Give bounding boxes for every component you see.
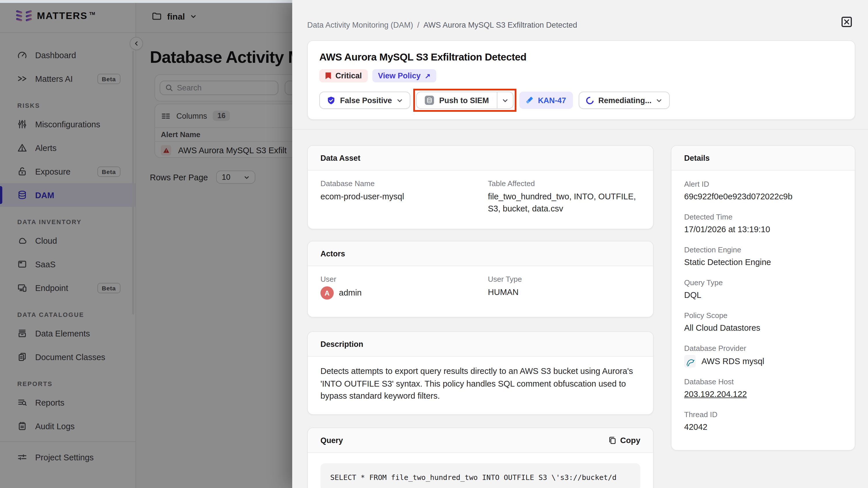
- field-label: Query Type: [684, 278, 842, 287]
- field-label: Thread ID: [684, 410, 842, 419]
- detail-field-database-provider: Database Provider AWS RDS mysql: [684, 344, 842, 367]
- drawer-body: Data Asset Database Name ecom-prod-user-…: [307, 145, 855, 488]
- view-policy-label: View Policy: [378, 71, 421, 80]
- copy-label: Copy: [620, 435, 640, 445]
- detail-field-detection-engine: Detection Engine Static Detection Engine: [684, 246, 842, 268]
- user-type-field: User Type HUMAN: [488, 275, 640, 300]
- mysql-dolphin-icon: [684, 355, 696, 367]
- false-positive-label: False Positive: [340, 96, 392, 104]
- field-label: Detection Engine: [684, 246, 842, 254]
- details-column: Details Alert ID 69c922f0e0e923d072022c9…: [671, 145, 855, 488]
- field-label: Database Provider: [684, 344, 842, 353]
- field-label: Alert ID: [684, 180, 842, 188]
- field-value: Static Detection Engine: [684, 256, 842, 268]
- field-value: 17/01/2026 at 13:19:10: [684, 224, 842, 236]
- breadcrumb: Data Activity Monitoring (DAM) / AWS Aur…: [307, 21, 577, 29]
- card-title: Description: [320, 339, 363, 348]
- chevron-down-icon: [656, 97, 662, 103]
- badge-row: Critical View Policy ↗: [319, 69, 843, 83]
- card-header: Query Copy: [308, 428, 653, 453]
- avatar: A: [320, 286, 334, 300]
- detail-field-detected-time: Detected Time 17/01/2026 at 13:19:10: [684, 213, 842, 236]
- field-value: 42042: [684, 421, 842, 433]
- detail-field-policy-scope: Policy Scope All Cloud Datastores: [684, 311, 842, 334]
- card-title: Query: [320, 436, 343, 445]
- database-host-link[interactable]: 203.192.204.122: [684, 388, 842, 400]
- query-card: Query Copy SELECT * FROM file_two_hundre…: [307, 427, 654, 488]
- screen: MATTERS TM Dashboard Matters AI Beta: [0, 0, 868, 488]
- false-positive-button[interactable]: False Positive: [319, 92, 410, 109]
- field-value: AWS RDS mysql: [702, 355, 764, 367]
- status-label: Remediating...: [598, 96, 652, 104]
- field-label: User Type: [488, 275, 640, 284]
- siem-icon: [425, 96, 434, 105]
- alert-detail-drawer: Data Activity Monitoring (DAM) / AWS Aur…: [292, 0, 868, 488]
- top-edge-strip: [0, 0, 293, 3]
- field-label: Database Name: [320, 179, 473, 188]
- alert-title: AWS Aurora MySQL S3 Exfiltration Detecte…: [319, 51, 843, 63]
- card-title: Details: [684, 154, 710, 162]
- jira-ticket-chip[interactable]: KAN-47: [520, 92, 573, 109]
- alert-header-card: AWS Aurora MySQL S3 Exfiltration Detecte…: [307, 40, 855, 120]
- arrow-up-right-icon: ↗: [425, 72, 431, 80]
- main-column: Data Asset Database Name ecom-prod-user-…: [307, 145, 654, 488]
- field-label: User: [320, 275, 473, 284]
- card-header: Details: [672, 146, 855, 170]
- action-row: False Positive Push to SIEM: [319, 92, 843, 109]
- push-to-siem-annotated: Push to SIEM: [416, 92, 514, 109]
- drawer-section-divider: [292, 129, 868, 130]
- field-value: All Cloud Datastores: [684, 322, 842, 334]
- field-label: Detected Time: [684, 213, 842, 221]
- shield-check-icon: [327, 96, 336, 104]
- bookmark-icon: [325, 72, 332, 79]
- view-policy-button[interactable]: View Policy ↗: [372, 69, 436, 83]
- push-to-siem-button[interactable]: Push to SIEM: [416, 92, 497, 109]
- breadcrumb-separator: /: [417, 21, 420, 29]
- push-to-siem-dropdown[interactable]: [497, 92, 514, 109]
- copy-button[interactable]: Copy: [609, 435, 640, 445]
- detail-field-thread-id: Thread ID 42042: [684, 410, 842, 433]
- detail-field-query-type: Query Type DQL: [684, 278, 842, 301]
- breadcrumb-parent[interactable]: Data Activity Monitoring (DAM): [307, 21, 413, 29]
- card-header: Actors: [308, 241, 653, 266]
- sql-code-block[interactable]: SELECT * FROM file_two_hundred_two INTO …: [320, 463, 640, 488]
- breadcrumb-current: AWS Aurora MySQL S3 Exfiltration Detecte…: [423, 21, 577, 29]
- field-value: ecom-prod-user-mysql: [320, 191, 473, 203]
- description-text: Detects attempts to export query results…: [320, 365, 640, 402]
- chevron-down-icon: [397, 97, 403, 103]
- field-value: file_two_hundred_two, INTO, OUTFILE, S3,…: [488, 191, 640, 215]
- chevron-down-icon: [502, 97, 509, 103]
- database-name-field: Database Name ecom-prod-user-mysql: [320, 179, 473, 215]
- detail-field-alert-id: Alert ID 69c922f0e0e923d072022c9b: [684, 180, 842, 203]
- actors-card: Actors User A admin User Type HUMAN: [307, 241, 654, 318]
- description-card: Description Detects attempts to export q…: [307, 331, 654, 415]
- card-title: Data Asset: [320, 154, 361, 162]
- detail-field-database-host: Database Host 203.192.204.122: [684, 378, 842, 400]
- data-asset-card: Data Asset Database Name ecom-prod-user-…: [307, 145, 654, 229]
- push-to-siem-label: Push to SIEM: [439, 96, 489, 104]
- field-label: Table Affected: [488, 179, 640, 188]
- spinner-icon: [585, 95, 595, 106]
- sql-query-text: SELECT * FROM file_two_hundred_two INTO …: [330, 473, 616, 482]
- field-value: 69c922f0e0e923d072022c9b: [684, 191, 842, 203]
- user-name: admin: [339, 287, 362, 299]
- card-header: Description: [308, 332, 653, 357]
- details-card: Details Alert ID 69c922f0e0e923d072022c9…: [671, 145, 855, 451]
- copy-icon: [609, 436, 616, 444]
- severity-badge: Critical: [319, 69, 368, 83]
- field-value: HUMAN: [488, 286, 640, 298]
- card-title: Actors: [320, 249, 345, 258]
- card-header: Data Asset: [308, 146, 653, 170]
- table-affected-field: Table Affected file_two_hundred_two, INT…: [488, 179, 640, 215]
- jira-icon: [527, 97, 534, 104]
- field-value: DQL: [684, 289, 842, 301]
- close-icon[interactable]: [841, 17, 852, 27]
- severity-label: Critical: [336, 71, 362, 80]
- remediation-status-button[interactable]: Remediating...: [579, 92, 670, 109]
- ticket-label: KAN-47: [538, 96, 566, 104]
- modal-dim-overlay[interactable]: [0, 0, 293, 488]
- user-field: User A admin: [320, 275, 473, 300]
- field-label: Policy Scope: [684, 311, 842, 320]
- field-label: Database Host: [684, 378, 842, 386]
